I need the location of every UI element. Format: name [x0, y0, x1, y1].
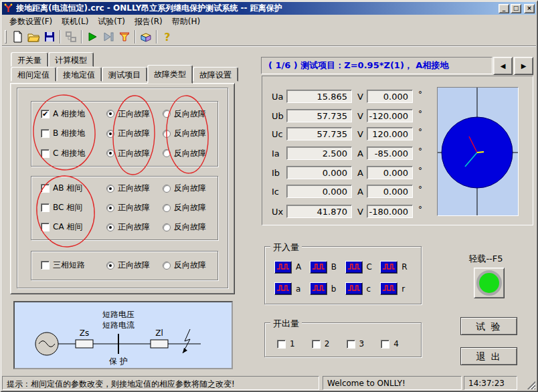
radio-reverse[interactable] — [163, 223, 171, 231]
phasor-yellow — [477, 152, 484, 153]
angle-field[interactable]: 0.000 — [367, 90, 413, 103]
output-3-checkbox[interactable] — [347, 340, 355, 349]
input-A-button[interactable] — [274, 261, 292, 274]
radio-forward[interactable] — [106, 130, 114, 138]
angle-field[interactable]: 0.000 — [367, 166, 413, 179]
report-button[interactable] — [116, 29, 132, 44]
forward-label: 正向故障 — [118, 221, 150, 233]
fault-row-three-phase: 三相短路 正向故障 反向故障 — [31, 258, 217, 273]
tab-test-items[interactable]: 测试项目 — [102, 67, 147, 82]
svg-text:Zs: Zs — [80, 328, 89, 338]
light-load-indicator[interactable] — [474, 268, 505, 298]
menu-report[interactable]: 报告(R) — [130, 15, 167, 29]
input-c-button[interactable] — [345, 282, 363, 295]
report-funnel-icon — [118, 30, 131, 43]
waveform-icon — [347, 262, 361, 272]
radio-forward[interactable] — [106, 204, 114, 212]
radio-forward[interactable] — [106, 149, 114, 157]
output-label: 3 — [359, 339, 365, 349]
svg-text:Zl: Zl — [155, 328, 163, 338]
waveform-icon — [347, 283, 361, 293]
checkbox-a-ground[interactable]: ✔ — [41, 110, 50, 118]
binary-input-title: 开入量 — [270, 241, 302, 254]
radio-reverse[interactable] — [163, 130, 171, 138]
menu-connect[interactable]: 联机(L) — [57, 15, 93, 29]
channel-label: Ic — [272, 187, 279, 197]
input-C-button[interactable] — [345, 261, 363, 274]
output-2-checkbox[interactable] — [312, 340, 321, 349]
degree-label: ° — [418, 90, 422, 99]
amplitude-field[interactable]: 41.870 — [286, 205, 352, 218]
radio-forward[interactable] — [106, 185, 114, 193]
step-button[interactable] — [100, 29, 116, 44]
save-button[interactable] — [41, 29, 58, 44]
tab-ground-setting[interactable]: 接地定值 — [56, 67, 102, 82]
radio-reverse[interactable] — [163, 262, 171, 270]
menu-parameter-settings[interactable]: 参数设置(F) — [5, 15, 57, 29]
tab-fault-setting[interactable]: 故障设置 — [193, 67, 238, 82]
run-test-button[interactable] — [84, 29, 100, 44]
close-button[interactable]: × — [524, 4, 535, 13]
unit-label: A — [357, 187, 363, 197]
tab-calc-model[interactable]: 计算模型 — [48, 52, 94, 67]
svg-text:?: ? — [164, 31, 170, 43]
binary-input-group: 开入量 A B C R a b c r — [264, 246, 422, 304]
amplitude-field[interactable]: 57.735 — [286, 109, 352, 122]
input-a-button[interactable] — [274, 282, 292, 295]
amplitude-field[interactable]: 57.735 — [286, 127, 352, 140]
amplitude-field[interactable]: 15.865 — [286, 90, 352, 103]
input-R-button[interactable] — [380, 261, 397, 274]
menu-help[interactable]: 帮助(H) — [167, 15, 205, 29]
input-b-button[interactable] — [310, 282, 327, 295]
fault-bolt-icon — [183, 329, 190, 353]
radio-reverse[interactable] — [163, 149, 171, 157]
radio-forward[interactable] — [106, 110, 114, 118]
radio-forward[interactable] — [106, 262, 114, 270]
checkbox-b-ground[interactable] — [41, 129, 50, 138]
checkbox-ab-phase[interactable] — [41, 184, 50, 193]
prev-test-button[interactable]: ◀ — [493, 57, 513, 75]
tab-phase-setting[interactable]: 相间定值 — [11, 67, 56, 82]
angle-field[interactable]: -180.000 — [367, 205, 413, 218]
layout-button[interactable] — [63, 29, 79, 44]
output-4-checkbox[interactable] — [381, 340, 389, 349]
fault-label: A 相接地 — [53, 108, 85, 120]
tab-fault-type[interactable]: 故障类型 — [147, 65, 193, 84]
radio-forward[interactable] — [106, 223, 114, 231]
angle-field[interactable]: 120.000 — [367, 127, 413, 140]
test-button[interactable]: 试 验 — [460, 317, 517, 335]
reverse-label: 反向故障 — [174, 221, 206, 233]
minimize-button[interactable]: _ — [499, 4, 509, 13]
amplitude-field[interactable]: 0.000 — [286, 185, 352, 198]
amplitude-field[interactable]: 0.000 — [286, 166, 352, 179]
resize-grip[interactable] — [519, 376, 536, 390]
open-file-button[interactable] — [25, 29, 41, 44]
checkbox-ca-phase[interactable] — [41, 223, 50, 231]
checkbox-c-ground[interactable] — [41, 149, 50, 158]
wizard-button[interactable] — [138, 29, 154, 44]
channel-label: Ia — [272, 149, 280, 159]
checkbox-bc-phase[interactable] — [41, 203, 50, 212]
input-r-button[interactable] — [380, 282, 397, 295]
checkbox-three-phase[interactable] — [41, 261, 50, 270]
menu-bar: 参数设置(F) 联机(L) 试验(T) 报告(R) 帮助(H) — [2, 15, 536, 28]
angle-field[interactable]: -120.000 — [367, 109, 413, 122]
radio-reverse[interactable] — [163, 110, 171, 118]
tab-switch-quantity[interactable]: 开关量 — [11, 52, 48, 67]
toolbar-separator — [81, 30, 82, 43]
new-file-button[interactable] — [9, 29, 25, 44]
next-test-button[interactable]: ▶ — [514, 57, 533, 75]
radio-reverse[interactable] — [163, 204, 171, 212]
angle-field[interactable]: 0.000 — [367, 185, 413, 198]
angle-field[interactable]: -85.000 — [367, 146, 413, 160]
exit-button[interactable]: 退 出 — [460, 347, 517, 365]
help-button[interactable]: ? — [159, 29, 175, 44]
amplitude-field[interactable]: 2.500 — [286, 146, 352, 160]
output-1-checkbox[interactable] — [277, 340, 286, 349]
input-B-button[interactable] — [310, 261, 327, 274]
ground-fault-group: ✔A 相接地 正向故障 反向故障 B 相接地 正向故障 反向故障 C 相接地 正… — [31, 101, 218, 167]
fault-row-b-ground: B 相接地 正向故障 反向故障 — [31, 126, 217, 141]
maximize-button[interactable]: □ — [511, 4, 521, 13]
menu-test[interactable]: 试验(T) — [93, 15, 130, 29]
radio-reverse[interactable] — [163, 185, 171, 193]
